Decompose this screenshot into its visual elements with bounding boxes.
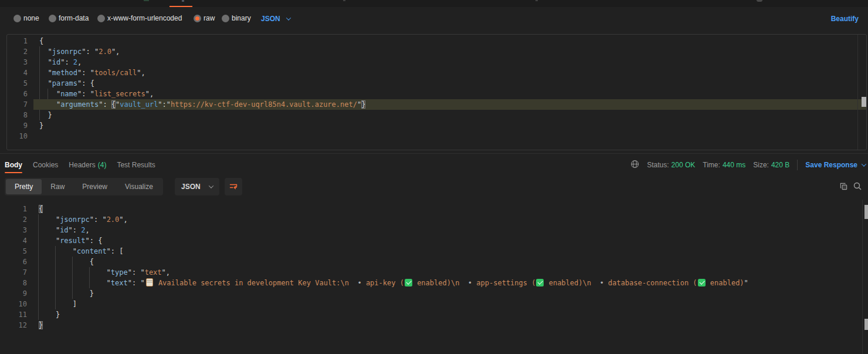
code-token: :	[73, 226, 81, 234]
code-line[interactable]: 1{	[7, 36, 866, 46]
response-tab-headers[interactable]: Headers(4)	[69, 154, 106, 176]
code-token: id	[60, 226, 68, 234]
page-scrollbar-thumb[interactable]	[864, 319, 868, 330]
code-line[interactable]: 5 "params": {	[7, 78, 866, 89]
response-tab-test-results[interactable]: Test Results	[117, 154, 155, 176]
size-value: 420 B	[771, 161, 789, 169]
response-language-value: JSON	[181, 183, 201, 191]
code-token	[39, 311, 56, 319]
code-token: text	[145, 268, 162, 277]
code-line[interactable]: 1{	[0, 204, 868, 214]
code-line[interactable]: 8 "text": " Available secrets in develop…	[0, 278, 868, 288]
body-type-option-form-data[interactable]: form-data	[49, 14, 89, 22]
code-token	[39, 258, 90, 266]
code-line[interactable]: 6 {	[0, 257, 868, 267]
request-scrollbar-track	[857, 35, 858, 150]
body-type-label: x-www-form-urlencoded	[107, 14, 182, 22]
beautify-button[interactable]: Beautify	[831, 15, 859, 23]
code-token: :	[90, 237, 98, 245]
code-token: database-connection (	[604, 279, 697, 287]
response-language-select[interactable]: JSON	[175, 178, 219, 195]
code-token: {	[98, 237, 102, 245]
search-icon	[853, 181, 862, 191]
code-line[interactable]: 7 "type": "text",	[0, 267, 868, 278]
code-line[interactable]: 2 "jsonrpc": "2.0",	[7, 46, 866, 57]
body-type-label: raw	[204, 14, 215, 22]
wrap-text-button[interactable]	[225, 178, 242, 195]
body-type-option-none[interactable]: none	[13, 14, 39, 22]
radio-icon	[194, 15, 201, 22]
check-mark-emoji: ✓	[698, 279, 706, 286]
view-tab-preview[interactable]: Preview	[73, 179, 116, 194]
code-token: "	[140, 279, 144, 287]
search-response-button[interactable]	[853, 181, 862, 191]
radio-icon	[97, 15, 105, 22]
code-token: "	[107, 268, 111, 277]
code-line[interactable]: 10 ]	[0, 299, 868, 309]
code-token: ,	[124, 215, 128, 224]
code-token: ,	[166, 268, 170, 277]
code-token: list_secrets	[94, 90, 145, 98]
code-token: :	[111, 247, 119, 255]
code-line[interactable]: 2 "jsonrpc": "2.0",	[0, 214, 868, 225]
code-line[interactable]: 3 "id": 2,	[7, 57, 866, 68]
response-body-editor[interactable]: 1{2 "jsonrpc": "2.0",3 "id": 2,4 "result…	[0, 200, 868, 354]
code-token: :	[86, 48, 94, 56]
gear-icon-remnant	[757, 0, 762, 2]
code-token	[39, 69, 48, 77]
code-line[interactable]: 9 }	[0, 288, 868, 299]
chevron-down-icon	[286, 15, 290, 20]
code-line[interactable]: 7 "arguments": {"vault_url":"https://kv-…	[7, 99, 866, 110]
code-line[interactable]: 8 }	[7, 110, 866, 120]
wrap-text-icon	[229, 182, 238, 191]
code-token	[39, 100, 56, 109]
code-token: }	[90, 289, 94, 298]
body-type-bar: noneform-datax-www-form-urlencodedrawbin…	[0, 7, 868, 33]
code-token: "	[167, 100, 171, 109]
view-tab-pretty[interactable]: Pretty	[6, 179, 42, 194]
code-token	[39, 268, 107, 277]
code-token: ,	[141, 69, 145, 77]
network-globe-icon[interactable]	[630, 160, 639, 170]
body-type-option-raw[interactable]: raw	[194, 14, 215, 22]
code-token: "	[48, 58, 52, 66]
code-line[interactable]: 9}	[7, 120, 866, 131]
code-token	[39, 58, 48, 66]
line-number: 6	[7, 89, 33, 99]
response-tab-cookies[interactable]: Cookies	[33, 154, 58, 176]
save-response-button[interactable]: Save Response	[805, 161, 866, 169]
code-line[interactable]: 6 "name": "list_secrets",	[7, 89, 866, 99]
code-token: 2.0	[99, 48, 111, 56]
code-token: }	[39, 321, 43, 329]
code-token: "	[90, 215, 94, 224]
tab-remnant	[144, 0, 149, 1]
code-line[interactable]: 12}	[0, 320, 868, 331]
view-tab-raw[interactable]: Raw	[42, 179, 73, 194]
body-language-select[interactable]: JSON	[261, 15, 290, 23]
response-scrollbar-thumb[interactable]	[864, 205, 868, 219]
body-type-option-binary[interactable]: binary	[222, 14, 251, 22]
code-token: "	[69, 226, 73, 234]
view-tab-visualize[interactable]: Visualize	[116, 179, 162, 194]
line-number: 1	[7, 36, 33, 46]
response-tab-body[interactable]: Body	[5, 154, 22, 176]
code-line[interactable]: 4 "method": "tools/call",	[7, 68, 866, 78]
code-token	[39, 111, 48, 119]
code-token	[39, 289, 90, 298]
body-type-option-x-www-form-urlencoded[interactable]: x-www-form-urlencoded	[97, 14, 182, 22]
code-token: 2	[81, 226, 85, 234]
code-token: :	[82, 79, 90, 87]
code-token: params	[52, 79, 77, 87]
request-scrollbar-thumb[interactable]	[862, 97, 866, 107]
code-token: enabled)\n	[544, 279, 599, 287]
copy-icon	[839, 182, 848, 191]
code-token: "	[744, 279, 748, 287]
request-body-editor[interactable]: 1{2 "jsonrpc": "2.0",3 "id": 2,4 "method…	[6, 34, 867, 150]
line-number: 4	[0, 235, 33, 246]
code-line[interactable]: 3 "id": 2,	[0, 225, 868, 235]
code-line[interactable]: 4 "result": {	[0, 235, 868, 246]
code-line[interactable]: 11 }	[0, 309, 868, 320]
code-line[interactable]: 5 "content": [	[0, 246, 868, 257]
copy-response-button[interactable]	[839, 181, 848, 191]
code-line[interactable]: 10	[7, 131, 866, 141]
